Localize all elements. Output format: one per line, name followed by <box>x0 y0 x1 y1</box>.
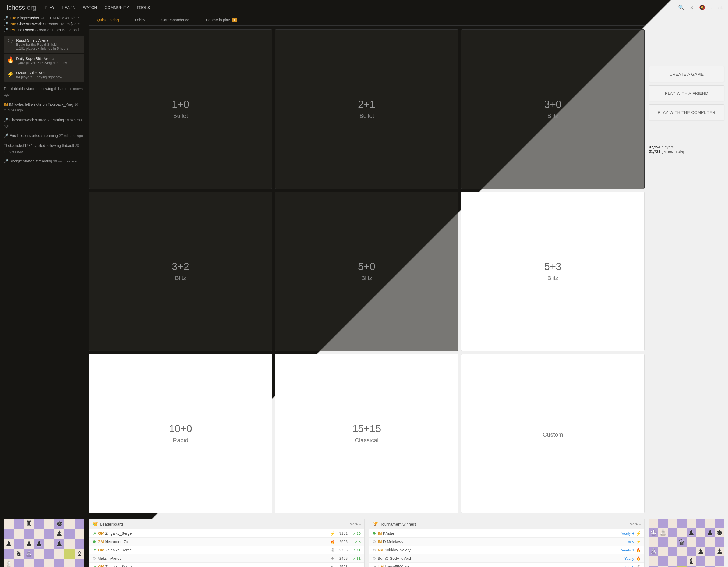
board-square: ♟ <box>696 547 705 556</box>
chess-piece: ♙ <box>649 547 658 556</box>
board-square <box>64 549 75 559</box>
status-dot <box>373 557 376 560</box>
pairing-option[interactable]: 5+0Blitz <box>275 192 458 351</box>
search-icon[interactable]: 🔍 <box>678 5 684 10</box>
status-away-icon: ↗ <box>93 565 96 567</box>
winner-row[interactable]: IM DrMelekess Daily ⚡ <box>369 537 644 546</box>
winner-row[interactable]: IM KAstar Yearly H ⚡ <box>369 529 644 537</box>
pairing-option[interactable]: Custom <box>461 354 645 513</box>
leaderboard-row[interactable]: ↗ GM Zhigalko_Sergei ↖ 2523 <box>89 562 364 567</box>
timeline-item[interactable]: Thetacticbot1234 started following thiba… <box>4 141 84 156</box>
pairing-option[interactable]: 2+1Bullet <box>275 29 458 189</box>
board-square <box>64 519 75 529</box>
create-game-button[interactable]: CREATE A GAME <box>649 66 724 82</box>
pairing-option[interactable]: 5+3Blitz <box>461 192 645 351</box>
chess-piece: ♟ <box>658 566 668 567</box>
board-square: ♟ <box>715 547 724 556</box>
winner-row[interactable]: BornOfGodAndVoid Yearly 🔥 <box>369 554 644 562</box>
mic-icon: 🎤 <box>4 16 8 20</box>
arena-card[interactable]: 🛡 Rapid Shield Arena Battle for the Rapi… <box>4 36 84 53</box>
board-square <box>715 556 724 566</box>
streamer-item[interactable]: 🎤 NM ChessNetwork Streamer !Team [Chess… <box>4 21 84 27</box>
board-square <box>687 547 696 556</box>
leaderboard-title: Leaderboard <box>100 522 123 526</box>
nav-community[interactable]: COMMUNITY <box>105 5 129 10</box>
board-square <box>696 519 705 528</box>
board-square <box>14 539 24 549</box>
chess-piece: ♟ <box>715 547 724 556</box>
pairing-option[interactable]: 15+15Classical <box>275 354 458 513</box>
timeline-item[interactable]: 🎤 Sladgie started streaming 30 minutes a… <box>4 156 84 166</box>
winner-row[interactable]: NM Sviridov_Valery Yearly S 🔥 <box>369 546 644 554</box>
challenge-icon[interactable]: ⚔ <box>690 5 694 10</box>
board-square <box>677 556 687 566</box>
board-square: ♝ <box>75 549 85 559</box>
nav-tools[interactable]: TOOLS <box>137 5 150 10</box>
board-square <box>64 539 75 549</box>
board-square <box>649 519 658 528</box>
leaderboard-row[interactable]: GM Alexander_Zu… 🔥 2906 ↗ 6 <box>89 537 364 546</box>
left-sidebar: 🎤 CM Kingscrusher FIDE CM Kingscrusher p… <box>4 15 84 513</box>
nav-learn[interactable]: LEARN <box>62 5 75 10</box>
board-square <box>34 559 44 567</box>
board-square <box>14 529 24 539</box>
tv-game[interactable]: ♜♚♟♟♟♟♟♞♙♝♗♝♘♙♗♔♖♖♔ Ckaakk2682 1+0 Babaf… <box>4 519 84 567</box>
chess-piece: ♞ <box>14 549 24 559</box>
streamer-item[interactable]: 🎤 CM Kingscrusher FIDE CM Kingscrusher p… <box>4 15 84 21</box>
board-square: ♗ <box>4 559 14 567</box>
pairing-option[interactable]: 10+0Rapid <box>89 354 272 513</box>
timeline-item[interactable]: 🎤 ChessNetwork started streaming 19 minu… <box>4 115 84 131</box>
perf-icon: 🔥 <box>636 548 641 552</box>
chess-piece: ♟ <box>4 539 14 549</box>
streamer-item[interactable]: 🎤 IM Eric Rosen Streamer Team Battle on … <box>4 27 84 33</box>
arena-icon: ⚡ <box>7 71 13 78</box>
nav-play[interactable]: PLAY <box>45 5 55 10</box>
board-square <box>715 519 724 528</box>
pairing-option[interactable]: 3+0Blitz <box>461 29 645 189</box>
nav-watch[interactable]: WATCH <box>83 5 97 10</box>
timeline-item[interactable]: IM IM lovlas left a note on Takeback_Kin… <box>4 100 84 115</box>
tab-quick-pairing[interactable]: Quick pairing <box>89 15 127 25</box>
leaderboard-row[interactable]: ↗ GM Zhigalko_Sergei ⚡ 3101 ↗ 10 <box>89 529 364 537</box>
arena-card[interactable]: ⚡ U2000 Bullet Arena 84 players • Playin… <box>4 68 84 82</box>
board-square: ♚ <box>715 528 724 537</box>
site-logo[interactable]: lichess.org <box>5 4 36 11</box>
site-stats: 47,924 players 21,721 games in play <box>649 145 724 154</box>
board-square <box>14 519 24 529</box>
board-square <box>668 547 677 556</box>
chess-piece: ♟ <box>705 528 715 537</box>
user-menu[interactable]: thibault <box>711 5 723 10</box>
board-square <box>54 549 65 559</box>
tab-lobby[interactable]: Lobby <box>127 15 153 25</box>
board-square: ♛ <box>677 537 687 547</box>
tab-in-play[interactable]: 1 game in play 1 <box>197 15 245 25</box>
pairing-option[interactable]: 1+0Bullet <box>89 29 272 189</box>
chess-piece: ♟ <box>696 547 705 556</box>
leaderboard-row[interactable]: ↗ GM Zhigalko_Sergei 🐇 2765 ↗ 11 <box>89 546 364 554</box>
arena-card[interactable]: 🔥 Daily SuperBlitz Arena 1,392 players •… <box>4 54 84 68</box>
winners-more-link[interactable]: More » <box>630 522 641 526</box>
board-square <box>44 549 54 559</box>
main-nav: PLAY LEARN WATCH COMMUNITY TOOLS <box>45 5 150 10</box>
board-square <box>44 519 54 529</box>
status-away-icon: ↗ <box>373 565 376 567</box>
puzzle-of-day[interactable]: ♔♙♟♟♚♛♙♟♟♝♟♕♚♜♘ Puzzle of the day Black … <box>649 519 724 567</box>
leaderboard-row[interactable]: MaksimPanov ❄ 2468 ↗ 31 <box>89 554 364 562</box>
board-square <box>668 519 677 528</box>
timeline-item[interactable]: Dr_blablabla started following thibault … <box>4 84 84 100</box>
board-square <box>44 529 54 539</box>
leaderboard-more-link[interactable]: More » <box>350 522 361 526</box>
play-friend-button[interactable]: PLAY WITH A FRIEND <box>649 85 724 101</box>
quick-pairing-grid: 1+0Bullet2+1Bullet3+0Blitz3+2Blitz5+0Bli… <box>89 29 645 513</box>
board-square <box>75 519 85 529</box>
pairing-option[interactable]: 3+2Blitz <box>89 192 272 351</box>
arena-icon: 🛡 <box>7 38 13 45</box>
board-square <box>34 529 44 539</box>
board-square: ♚ <box>54 519 65 529</box>
play-computer-button[interactable]: PLAY WITH THE COMPUTER <box>649 104 724 120</box>
timeline-item[interactable]: 🎤 Eric Rosen started streaming 27 minute… <box>4 131 84 141</box>
crown-icon: 👑 <box>93 522 98 526</box>
tab-correspondence[interactable]: Correspondence <box>153 15 197 25</box>
winner-row[interactable]: ↗ LM Lance5500-Yo… Yearly 🐇 <box>369 562 644 567</box>
notification-icon[interactable]: 🔕 <box>699 5 705 10</box>
